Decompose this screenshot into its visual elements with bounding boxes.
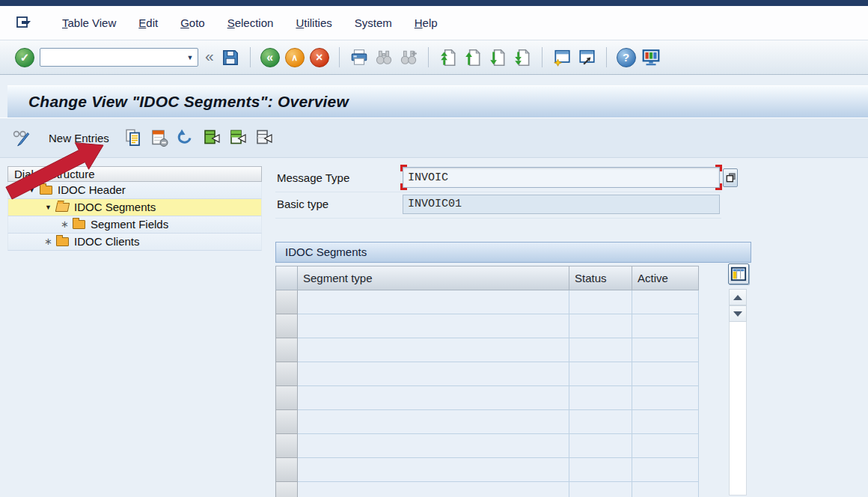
closed-folder-icon	[40, 186, 52, 195]
system-menu-icon[interactable]	[13, 13, 36, 33]
command-input[interactable]	[40, 49, 183, 66]
row-select-button[interactable]	[275, 482, 298, 497]
cell-active[interactable]	[632, 386, 699, 410]
overlapping-pages-icon	[725, 172, 736, 183]
cell-active[interactable]	[632, 338, 699, 362]
table-configuration-icon	[730, 266, 747, 282]
cancel-icon[interactable]: ×	[310, 48, 329, 67]
cell-status[interactable]	[569, 338, 632, 362]
save-icon[interactable]	[221, 48, 240, 67]
row-select-button[interactable]	[275, 338, 298, 362]
column-header-status[interactable]: Status	[569, 266, 632, 290]
continue-check-icon[interactable]: ✓	[15, 48, 34, 67]
select-all-icon[interactable]	[202, 128, 221, 147]
cell-segment-type[interactable]	[298, 482, 569, 497]
tree-item-segment-fields[interactable]: ∗Segment Fields	[7, 216, 262, 234]
page-down-icon[interactable]	[488, 48, 507, 67]
cell-active[interactable]	[632, 290, 699, 314]
cell-segment-type[interactable]	[298, 314, 569, 338]
cell-status[interactable]	[569, 314, 632, 338]
tree-item-idoc-segments[interactable]: ▼IDOC Segments	[7, 199, 262, 216]
menu-edit[interactable]: Edit	[127, 12, 169, 34]
cell-segment-type[interactable]	[298, 362, 569, 386]
print-icon[interactable]	[349, 48, 369, 67]
help-icon[interactable]: ?	[617, 48, 636, 67]
column-header-active[interactable]: Active	[632, 266, 699, 290]
new-entries-button[interactable]: New Entries	[38, 129, 117, 147]
create-shortcut-icon[interactable]	[577, 48, 596, 67]
last-page-icon[interactable]	[513, 48, 532, 67]
cell-status[interactable]	[569, 362, 632, 386]
select-block-icon[interactable]	[228, 128, 248, 147]
expand-triangle-icon[interactable]: ▼	[26, 182, 37, 198]
row-select-button[interactable]	[275, 362, 298, 386]
cell-active[interactable]	[632, 362, 699, 386]
select-all-header-cell[interactable]	[275, 266, 298, 290]
cell-segment-type[interactable]	[298, 410, 569, 434]
cell-active[interactable]	[632, 458, 699, 482]
copy-entries-icon[interactable]	[123, 128, 143, 147]
exit-icon[interactable]: ∧	[285, 48, 305, 67]
idoc-segments-group-title: IDOC Segments	[275, 242, 751, 263]
find-icon[interactable]	[374, 48, 394, 67]
menu-selection[interactable]: Selection	[216, 12, 285, 34]
customize-local-layout-icon[interactable]	[641, 48, 661, 67]
multiple-selection-button[interactable]	[723, 168, 738, 187]
first-page-icon[interactable]	[438, 48, 458, 67]
column-header-segment-type[interactable]: Segment type	[298, 266, 569, 290]
new-session-icon[interactable]	[552, 48, 572, 67]
menu-table-view[interactable]: Table View	[51, 12, 127, 34]
row-select-button[interactable]	[275, 314, 298, 338]
command-dropdown-icon[interactable]: ▼	[183, 54, 198, 61]
table-row	[275, 386, 699, 410]
cell-segment-type[interactable]	[298, 338, 569, 362]
cell-active[interactable]	[632, 410, 699, 434]
cell-segment-type[interactable]	[298, 386, 569, 410]
expand-triangle-icon[interactable]: ▼	[43, 199, 54, 216]
application-toolbar: New Entries	[0, 118, 868, 158]
cell-active[interactable]	[632, 482, 699, 497]
tree-item-idoc-header[interactable]: ▼IDOC Header	[7, 182, 262, 199]
collapse-chevrons-icon[interactable]: «	[204, 48, 216, 67]
menu-system[interactable]: System	[343, 12, 403, 34]
scroll-down-button[interactable]	[729, 305, 747, 322]
menu-goto[interactable]: Goto	[169, 12, 216, 34]
tree-item-idoc-clients[interactable]: ∗IDOC Clients	[7, 234, 262, 251]
cell-status[interactable]	[569, 290, 632, 314]
table-configuration-button[interactable]	[728, 263, 749, 284]
display-change-icon[interactable]	[12, 128, 31, 147]
row-select-button[interactable]	[275, 290, 298, 314]
cell-status[interactable]	[569, 458, 632, 482]
cell-segment-type[interactable]	[298, 458, 569, 482]
message-type-field[interactable]	[403, 167, 720, 188]
row-select-button[interactable]	[275, 458, 298, 482]
cell-active[interactable]	[632, 434, 699, 458]
page-up-icon[interactable]	[463, 48, 483, 67]
row-select-button[interactable]	[275, 386, 298, 410]
closed-folder-icon	[73, 220, 85, 229]
row-select-button[interactable]	[275, 434, 298, 458]
cell-status[interactable]	[569, 434, 632, 458]
cell-active[interactable]	[632, 314, 699, 338]
undo-change-icon[interactable]	[176, 128, 195, 147]
find-next-icon[interactable]	[399, 48, 418, 67]
scroll-up-button[interactable]	[729, 289, 747, 305]
cell-segment-type[interactable]	[298, 290, 569, 314]
back-icon[interactable]: «	[260, 48, 280, 67]
table-row	[275, 314, 699, 338]
table-row	[275, 290, 699, 314]
scrollbar-track[interactable]	[729, 322, 747, 496]
cell-status[interactable]	[569, 482, 632, 497]
row-select-button[interactable]	[275, 410, 298, 434]
cell-segment-type[interactable]	[298, 434, 569, 458]
message-type-label: Message Type	[277, 166, 349, 189]
delete-entries-icon[interactable]	[150, 128, 169, 147]
cell-status[interactable]	[569, 410, 632, 434]
basic-type-field: INVOIC01	[403, 195, 720, 214]
standard-toolbar: ✓ ▼ « « ∧ × ?	[0, 40, 868, 75]
deselect-all-icon[interactable]	[254, 128, 274, 147]
command-field[interactable]: ▼	[40, 48, 198, 67]
menu-help[interactable]: Help	[403, 12, 449, 34]
cell-status[interactable]	[569, 386, 632, 410]
menu-utilities[interactable]: Utilities	[284, 12, 343, 34]
